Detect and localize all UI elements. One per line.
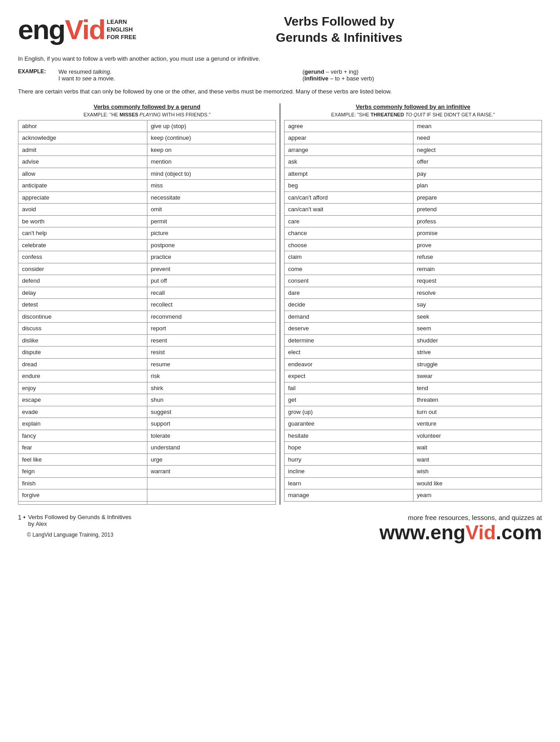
word-cell: refuse (413, 251, 542, 263)
example-label: EXAMPLE: (18, 68, 54, 82)
word-cell: neglect (413, 144, 542, 156)
word-cell: incline (284, 466, 413, 478)
page-title-area: Verbs Followed by Gerunds & Infinitives (136, 13, 542, 46)
word-cell: postpone (147, 240, 276, 252)
word-cell: guarantee (284, 418, 413, 430)
word-cell: understand (147, 442, 276, 454)
word-cell: prevent (147, 263, 276, 275)
main-columns: Verbs commonly followed by a gerund EXAM… (18, 103, 542, 505)
word-cell: consent (284, 275, 413, 287)
word-cell: chance (284, 227, 413, 240)
word-cell: hurry (284, 454, 413, 466)
word-cell: fancy (18, 430, 147, 442)
word-cell: fail (284, 382, 413, 395)
gerund-example: EXAMPLE: "He misses playing with his fri… (18, 112, 276, 117)
word-cell: resolve (413, 287, 542, 299)
word-cell: dislike (18, 335, 147, 347)
word-cell: be worth (18, 216, 147, 228)
intro-paragraph: In English, if you want to follow a verb… (18, 54, 542, 63)
word-cell: resume (147, 359, 276, 371)
footer-right: more free resources, lessons, and quizze… (280, 514, 542, 544)
word-cell (147, 489, 276, 502)
word-cell: dare (284, 287, 413, 299)
page-header: engVid LEARN ENGLISH FOR FREE Verbs Foll… (18, 13, 542, 46)
word-cell: confess (18, 251, 147, 263)
word-cell: can/can't wait (284, 204, 413, 216)
word-cell: advise (18, 156, 147, 168)
word-cell: allow (18, 168, 147, 180)
word-cell: celebrate (18, 240, 147, 252)
footer-bullet-text1: Verbs Followed by Gerunds & Infinitives (28, 514, 132, 520)
word-cell: abhor (18, 120, 147, 133)
word-cell: seek (413, 311, 542, 323)
word-cell: hesitate (284, 430, 413, 442)
site-url: www.engVid.com (280, 521, 542, 544)
word-cell: pay (413, 168, 542, 180)
word-cell: grow (up) (284, 406, 413, 418)
gerund-header: Verbs commonly followed by a gerund (18, 103, 276, 110)
word-cell: wish (413, 466, 542, 478)
word-cell: shirk (147, 382, 276, 395)
column-divider (280, 103, 280, 505)
word-cell: want (413, 454, 542, 466)
word-cell: acknowledge (18, 132, 147, 144)
word-cell: evade (18, 406, 147, 418)
word-cell: strive (413, 347, 542, 359)
word-cell: seem (413, 323, 542, 335)
page-title: Verbs Followed by Gerunds & Infinitives (136, 13, 542, 46)
word-cell: appear (284, 132, 413, 144)
word-cell: endeavor (284, 359, 413, 371)
word-cell: prove (413, 240, 542, 252)
word-cell: can/can't afford (284, 192, 413, 204)
gerund-section: Verbs commonly followed by a gerund EXAM… (18, 103, 276, 505)
word-cell: tolerate (147, 430, 276, 442)
word-cell: come (284, 263, 413, 275)
word-cell: consider (18, 263, 147, 275)
word-cell: elect (284, 347, 413, 359)
word-cell: struggle (413, 359, 542, 371)
logo-eng: eng (18, 16, 65, 44)
example-block: EXAMPLE: We resumed talking. I want to s… (18, 68, 542, 82)
word-cell: prepare (413, 192, 542, 204)
infinitive-header: Verbs commonly followed by an infinitive (284, 103, 542, 110)
word-cell: support (147, 418, 276, 430)
infinitive-example: EXAMPLE: "She threatened to quit if she … (284, 112, 542, 117)
word-cell: pretend (413, 204, 542, 216)
word-cell: omit (147, 204, 276, 216)
word-cell: would like (413, 478, 542, 490)
word-cell: arrange (284, 144, 413, 156)
example-sentences: We resumed talking. I want to see a movi… (58, 68, 298, 82)
word-cell: request (413, 275, 542, 287)
word-cell (147, 502, 276, 505)
word-cell: escape (18, 394, 147, 406)
word-cell: dread (18, 359, 147, 371)
logo-tagline: LEARN ENGLISH FOR FREE (107, 18, 137, 41)
word-cell: keep on (147, 144, 276, 156)
word-cell: endure (18, 370, 147, 382)
word-cell: discontinue (18, 311, 147, 323)
word-cell: tend (413, 382, 542, 395)
word-cell: venture (413, 418, 542, 430)
word-cell: suggest (147, 406, 276, 418)
word-cell: defend (18, 275, 147, 287)
word-cell: volunteer (413, 430, 542, 442)
word-cell: claim (284, 251, 413, 263)
word-cell: attempt (284, 168, 413, 180)
definitions: (gerund – verb + ing) (infinitive – to +… (302, 68, 542, 82)
word-cell (18, 502, 147, 505)
word-cell: yearn (413, 489, 542, 502)
word-cell: profess (413, 216, 542, 228)
word-cell: promise (413, 227, 542, 240)
infinitive-section: Verbs commonly followed by an infinitive… (284, 103, 542, 505)
word-cell: keep (continue) (147, 132, 276, 144)
word-cell: determine (284, 335, 413, 347)
word-cell: get (284, 394, 413, 406)
word-cell: demand (284, 311, 413, 323)
word-cell: finish (18, 478, 147, 490)
word-cell: offer (413, 156, 542, 168)
word-cell: discuss (18, 323, 147, 335)
word-cell: report (147, 323, 276, 335)
word-cell: care (284, 216, 413, 228)
word-cell: urge (147, 454, 276, 466)
word-cell: say (413, 299, 542, 311)
